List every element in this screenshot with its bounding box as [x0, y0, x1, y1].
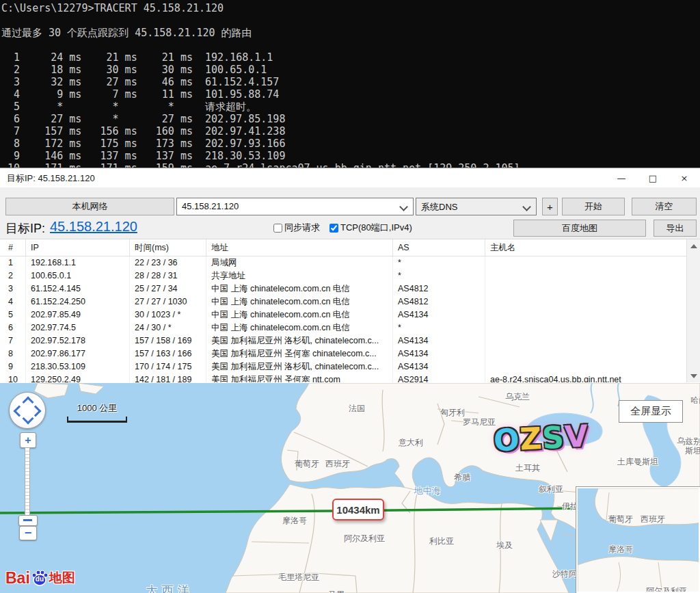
chevron-down-icon[interactable] — [522, 202, 531, 211]
table-row[interactable]: 5202.97.85.4930 / 1023 / *中国 上海 chinatel… — [0, 308, 700, 321]
map-label: 希腊 — [454, 472, 470, 484]
table-cell — [485, 295, 700, 308]
scale-bar — [67, 417, 127, 423]
subbar: 目标IP: 45.158.21.120 同步请求 TCP(80端口,IPv4) … — [0, 218, 700, 239]
table-cell: 美国 加利福尼亚州 洛杉矶, chinatelecom.c... — [206, 360, 393, 373]
table-cell: 202.97.86.177 — [26, 347, 130, 360]
inset-map[interactable]: 葡萄牙西班牙摩洛哥阿尔及利亚 — [576, 487, 700, 593]
terminal-window[interactable]: C:\Users\12279>TRACERT 45.158.21.120通过最多… — [0, 0, 700, 168]
scroll-up-icon[interactable] — [690, 244, 697, 248]
table-cell: 7 — [0, 334, 26, 347]
baidu-map-button[interactable]: 百度地图 — [513, 220, 646, 237]
add-target-button[interactable]: + — [542, 198, 558, 215]
pan-down-icon[interactable] — [23, 413, 34, 425]
table-row[interactable]: 9218.30.53.109170 / 174 / 175美国 加利福尼亚州 洛… — [0, 360, 700, 373]
maximize-icon[interactable]: □ — [637, 168, 669, 187]
table-row[interactable]: 6202.97.74.524 / 30 / *中国 上海 chinateleco… — [0, 321, 700, 334]
chevron-down-icon[interactable] — [399, 202, 408, 211]
table-cell: 24 / 30 / * — [130, 321, 206, 334]
map-label: 意大利 — [399, 437, 423, 449]
table-row[interactable]: 8202.97.86.177157 / 163 / 166美国 加利福尼亚州 圣… — [0, 347, 700, 360]
pan-left-icon[interactable] — [14, 406, 25, 417]
col-header-address[interactable]: 地址 — [206, 239, 393, 256]
pan-right-icon[interactable] — [30, 406, 42, 417]
table-cell: 25 / 27 / 34 — [130, 282, 206, 295]
table-row[interactable]: 461.152.24.25027 / 27 / 1030中国 上海 chinat… — [0, 295, 700, 308]
local-network-button[interactable]: 本机网络 — [5, 198, 174, 215]
table-cell: 100.65.0.1 — [26, 269, 130, 282]
fullscreen-button[interactable]: 全屏显示 — [619, 400, 683, 423]
pan-control[interactable] — [9, 392, 46, 429]
table-row[interactable]: 2100.65.0.128 / 28 / 31共享地址* — [0, 269, 700, 282]
col-header-index[interactable]: # — [0, 239, 26, 256]
paw-icon: du — [31, 569, 49, 587]
terminal-line: 通过最多 30 个跃点跟踪到 45.158.21.120 的路由 — [1, 27, 700, 39]
zoom-out-button[interactable]: − — [19, 526, 37, 540]
table-row[interactable]: 1192.168.1.122 / 23 / 36局域网* — [0, 256, 700, 269]
col-header-time[interactable]: 时间(ms) — [130, 239, 206, 256]
table-cell — [485, 321, 700, 334]
table-cell: 142 / 181 / 189 — [130, 373, 206, 382]
trace-app-window: 目标IP: 45.158.21.120 — □ × 本机网络 45.158.21… — [0, 168, 700, 382]
table-cell: AS4134 — [393, 347, 485, 360]
table-cell — [485, 269, 700, 282]
map-label: 利比亚 — [429, 536, 454, 547]
table-cell: 157 / 163 / 166 — [130, 347, 206, 360]
table-cell: 30 / 1023 / * — [130, 308, 206, 321]
table-cell: 2 — [0, 269, 26, 282]
col-header-as[interactable]: AS — [393, 239, 485, 256]
terminal-line: 6 27 ms * 27 ms 202.97.85.198 — [1, 113, 700, 125]
target-ip-link[interactable]: 45.158.21.120 — [50, 219, 137, 235]
tcp-option[interactable]: TCP(80端口,IPv4) — [329, 222, 412, 234]
baidu-logo: Bai du 地图 — [5, 567, 75, 589]
export-button[interactable]: 导出 — [654, 220, 697, 237]
baidu-map-canvas[interactable]: 法国匈牙利罗马尼亚乌克兰意大利葡萄牙西班牙希腊土耳其哈萨克斯坦乌兹别克斯坦土库曼… — [0, 383, 700, 593]
map-label: 摩洛哥 — [282, 515, 307, 527]
col-header-ip[interactable]: IP — [26, 239, 130, 256]
zoom-slider-handle[interactable] — [18, 515, 38, 526]
scroll-down-icon[interactable] — [690, 374, 697, 378]
terminal-line: 1 24 ms 21 ms 21 ms 192.168.1.1 — [1, 51, 700, 64]
table-cell: 61.152.24.250 — [26, 295, 130, 308]
terminal-line: 2 18 ms 30 ms 30 ms 100.65.0.1 — [1, 64, 700, 76]
zoom-in-button[interactable]: + — [20, 432, 36, 448]
inset-map-label: 阿尔及利亚 — [646, 585, 687, 593]
dns-combobox[interactable]: 系统DNS — [416, 198, 537, 215]
table-cell: 218.30.53.109 — [26, 360, 130, 373]
inset-map-label: 西班牙 — [641, 514, 665, 525]
zoom-slider-track[interactable] — [25, 447, 30, 516]
hop-table: # IP 时间(ms) 地址 AS 主机名 1192.168.1.122 / 2… — [0, 239, 700, 382]
sync-checkbox[interactable] — [273, 224, 282, 233]
col-header-hostname[interactable]: 主机名 — [485, 239, 700, 256]
table-row[interactable]: 361.152.4.14525 / 27 / 34中国 上海 chinatele… — [0, 282, 700, 295]
table-cell: * — [393, 256, 485, 269]
screen: C:\Users\12279>TRACERT 45.158.21.120通过最多… — [0, 0, 700, 593]
start-button[interactable]: 开始 — [562, 198, 625, 215]
table-cell: 202.97.85.49 — [26, 308, 130, 321]
table-cell: 10 — [0, 373, 26, 382]
pan-up-icon[interactable] — [23, 397, 34, 408]
table-scrollbar[interactable] — [686, 239, 700, 382]
table-cell: AS4812 — [393, 295, 485, 308]
clear-button[interactable]: 清空 — [632, 198, 697, 215]
close-icon[interactable]: × — [669, 168, 700, 187]
target-ip-combobox[interactable]: 45.158.21.120 — [176, 198, 414, 215]
table-cell: 170 / 174 / 175 — [130, 360, 206, 373]
distance-label: 10434km — [336, 504, 379, 516]
table-cell: 4 — [0, 295, 26, 308]
terminal-line: 8 172 ms 175 ms 173 ms 202.97.93.166 — [1, 137, 700, 150]
map-watermark: OZSV — [493, 418, 590, 458]
sync-request-option[interactable]: 同步请求 — [273, 222, 320, 234]
table-cell: 共享地址 — [206, 269, 393, 282]
table-cell: 9 — [0, 360, 26, 373]
tcp-checkbox[interactable] — [329, 224, 338, 233]
map-label: 葡萄牙 — [295, 458, 319, 470]
minimize-icon[interactable]: — — [606, 168, 637, 187]
table-row[interactable]: 10129.250.2.49142 / 181 / 189美国 加利福尼亚州 圣… — [0, 373, 700, 382]
table-cell — [485, 334, 700, 347]
window-titlebar[interactable]: 目标IP: 45.158.21.120 — □ × — [0, 168, 700, 187]
table-cell: 美国 加利福尼亚州 圣何塞 ntt.com — [206, 373, 393, 382]
table-cell — [485, 256, 700, 269]
table-row[interactable]: 7202.97.52.178157 / 158 / 169美国 加利福尼亚州 洛… — [0, 334, 700, 347]
table-cell: AS4134 — [393, 334, 485, 347]
